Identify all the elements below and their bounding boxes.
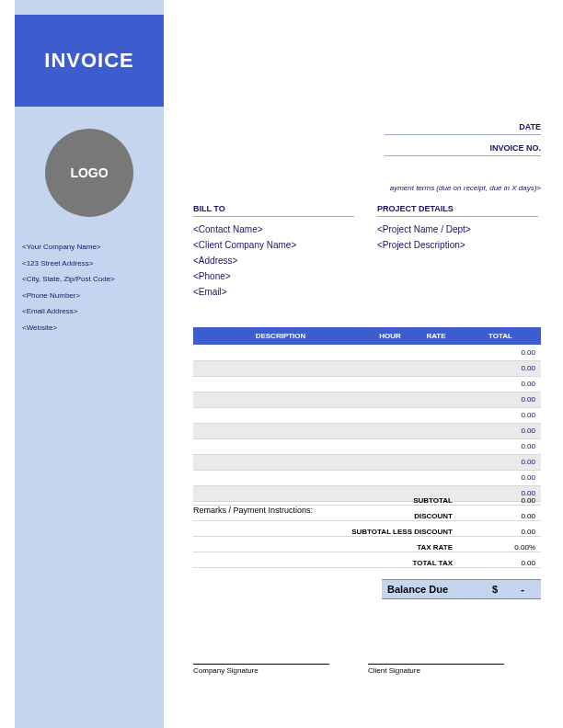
table-header-row: DESCRIPTION HOUR RATE TOTAL — [193, 327, 541, 345]
summary: SUBTOTAL 0.00 DISCOUNT 0.00 SUBTOTAL LES… — [193, 493, 541, 571]
cell-rate — [412, 407, 460, 423]
totaltax-label: TOTAL TAX — [193, 559, 460, 568]
cell-rate — [412, 454, 460, 470]
balance-currency: $ — [486, 584, 504, 595]
cell-total: 0.00 — [460, 360, 541, 376]
bill-phone: <Phone> — [193, 271, 354, 281]
cell-total: 0.00 — [460, 423, 541, 438]
items-table: DESCRIPTION HOUR RATE TOTAL 0.000.000.00… — [193, 327, 541, 502]
cell-total: 0.00 — [460, 454, 541, 470]
table-row: 0.00 — [193, 392, 541, 407]
cell-total: 0.00 — [460, 470, 541, 485]
cell-description — [193, 423, 368, 438]
invoice-title: INVOICE — [44, 49, 133, 73]
discount-row: DISCOUNT 0.00 — [193, 508, 541, 524]
payment-terms: ayment terms (due on receipt, due in X d… — [390, 184, 541, 192]
bill-email: <Email> — [193, 287, 354, 297]
cell-description — [193, 438, 368, 454]
company-address: <123 Street Address> — [22, 256, 115, 272]
cell-total: 0.00 — [460, 345, 541, 360]
date-label: DATE — [385, 119, 541, 135]
cell-hour — [368, 392, 412, 407]
company-city: <City, State, Zip/Post Code> — [22, 271, 115, 288]
taxrate-value: 0.00% — [460, 543, 541, 552]
sidebar — [15, 0, 164, 728]
cell-hour — [368, 470, 412, 485]
less-row: SUBTOTAL LESS DISCOUNT 0.00 — [193, 524, 541, 540]
balance-label: Balance Due — [382, 584, 486, 595]
bill-to-section: BILL TO <Contact Name> <Client Company N… — [193, 204, 354, 302]
subtotal-value: 0.00 — [460, 496, 541, 506]
company-name: <Your Company Name> — [22, 239, 115, 256]
table-row: 0.00 — [193, 345, 541, 360]
cell-description — [193, 345, 368, 360]
cell-description — [193, 470, 368, 485]
table-row: 0.00 — [193, 407, 541, 423]
bill-company: <Client Company Name> — [193, 240, 354, 250]
cell-hour — [368, 407, 412, 423]
project-description: <Project Description> — [377, 240, 538, 250]
project-section: PROJECT DETAILS <Project Name / Dept> <P… — [377, 204, 538, 256]
table-row: 0.00 — [193, 360, 541, 376]
cell-hour — [368, 345, 412, 360]
cell-total: 0.00 — [460, 376, 541, 392]
discount-label: DISCOUNT — [193, 512, 460, 521]
company-info: <Your Company Name> <123 Street Address>… — [22, 239, 115, 336]
bill-address: <Address> — [193, 256, 354, 266]
subtotal-row: SUBTOTAL 0.00 — [193, 493, 541, 508]
cell-description — [193, 392, 368, 407]
cell-total: 0.00 — [460, 392, 541, 407]
table-row: 0.00 — [193, 470, 541, 485]
table-row: 0.00 — [193, 454, 541, 470]
logo-placeholder: LOGO — [45, 129, 133, 217]
cell-total: 0.00 — [460, 407, 541, 423]
subtotal-label: SUBTOTAL — [193, 496, 460, 506]
invoice-meta: DATE INVOICE NO. — [385, 119, 541, 162]
cell-description — [193, 360, 368, 376]
cell-rate — [412, 376, 460, 392]
less-label: SUBTOTAL LESS DISCOUNT — [193, 528, 460, 537]
bill-contact: <Contact Name> — [193, 224, 354, 234]
balance-value: - — [504, 584, 541, 595]
project-heading: PROJECT DETAILS — [377, 204, 538, 217]
invoice-no-label: INVOICE NO. — [385, 141, 541, 156]
cell-hour — [368, 454, 412, 470]
col-rate: RATE — [412, 327, 460, 345]
company-email: <Email Address> — [22, 303, 115, 320]
company-phone: <Phone Number> — [22, 288, 115, 304]
taxrate-label: TAX RATE — [193, 543, 460, 552]
company-signature: Company Signature — [193, 664, 329, 675]
cell-rate — [412, 392, 460, 407]
less-value: 0.00 — [460, 528, 541, 537]
totaltax-value: 0.00 — [460, 559, 541, 568]
header-band: INVOICE — [15, 15, 164, 107]
company-website: <Website> — [22, 320, 115, 336]
table-row: 0.00 — [193, 376, 541, 392]
totaltax-row: TOTAL TAX 0.00 — [193, 555, 541, 571]
client-signature: Client Signature — [368, 664, 504, 675]
cell-rate — [412, 438, 460, 454]
cell-rate — [412, 360, 460, 376]
cell-rate — [412, 345, 460, 360]
col-hour: HOUR — [368, 327, 412, 345]
cell-rate — [412, 423, 460, 438]
col-description: DESCRIPTION — [193, 327, 368, 345]
cell-hour — [368, 360, 412, 376]
cell-hour — [368, 438, 412, 454]
table-row: 0.00 — [193, 438, 541, 454]
cell-hour — [368, 376, 412, 392]
cell-description — [193, 407, 368, 423]
cell-rate — [412, 470, 460, 485]
balance-due: Balance Due $ - — [382, 579, 541, 599]
project-name: <Project Name / Dept> — [377, 224, 538, 234]
cell-description — [193, 454, 368, 470]
cell-hour — [368, 423, 412, 438]
cell-total: 0.00 — [460, 438, 541, 454]
discount-value: 0.00 — [460, 512, 541, 521]
table-row: 0.00 — [193, 423, 541, 438]
cell-description — [193, 376, 368, 392]
bill-to-heading: BILL TO — [193, 204, 354, 217]
col-total: TOTAL — [460, 327, 541, 345]
taxrate-row: TAX RATE 0.00% — [193, 540, 541, 555]
